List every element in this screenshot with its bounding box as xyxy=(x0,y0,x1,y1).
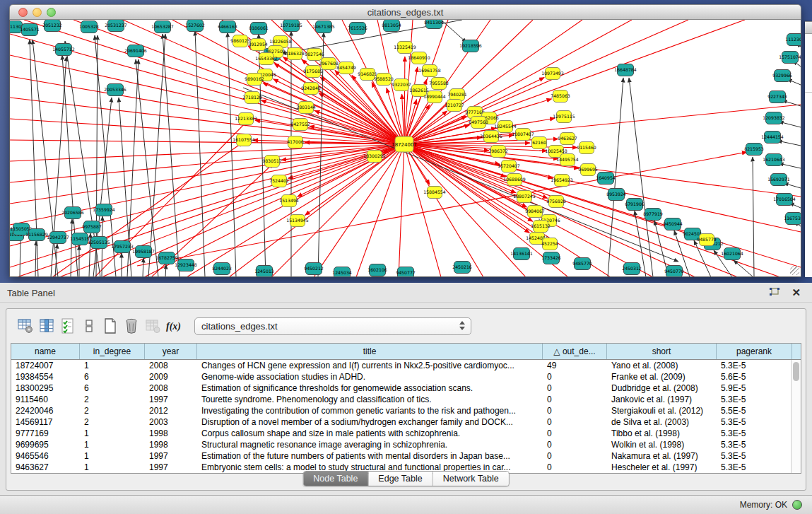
graph-node[interactable]: 10688609 xyxy=(503,174,526,186)
graph-node[interactable]: 1245013 xyxy=(254,266,274,278)
graph-node[interactable]: 1640954 xyxy=(596,173,616,185)
graph-node[interactable]: 9485779 xyxy=(697,234,717,246)
graph-node[interactable]: 12942737 xyxy=(47,232,69,244)
graph-node[interactable]: 9227343 xyxy=(767,91,787,103)
graph-node[interactable]: 7524402 xyxy=(269,175,289,187)
table-scrollbar[interactable] xyxy=(791,360,801,473)
graph-node[interactable]: 16210643 xyxy=(763,154,785,166)
graph-node[interactable]: 1112304 xyxy=(785,34,801,46)
graph-node[interactable]: 8244023 xyxy=(212,263,232,275)
graph-node[interactable]: 18245544 xyxy=(494,121,517,133)
window-titlebar[interactable]: citations_edges.txt xyxy=(9,4,801,20)
graph-node[interactable]: 1210727 xyxy=(445,100,464,112)
table-row[interactable]: 1872400712008Changes of HCN gene express… xyxy=(11,360,801,371)
column-header-year[interactable]: year xyxy=(145,344,197,359)
graph-node[interactable]: 6497568 xyxy=(469,117,488,129)
graph-node[interactable]: 8186328 xyxy=(285,48,305,60)
graph-node[interactable]: 2051232 xyxy=(42,20,62,32)
graph-node[interactable]: 17359924 xyxy=(93,204,115,216)
graph-node[interactable]: 7485063 xyxy=(551,90,570,103)
graph-node[interactable]: 9115460 xyxy=(577,142,596,154)
float-window-icon[interactable] xyxy=(768,287,781,298)
graph-node[interactable]: 9242848 xyxy=(301,83,321,95)
graph-node[interactable]: 1602106 xyxy=(367,264,387,276)
graph-node[interactable]: 19218596 xyxy=(459,40,482,52)
table-row[interactable]: 1456911722003Disruption of a novel membe… xyxy=(11,416,801,428)
column-header-out_de[interactable]: △ out_de... xyxy=(543,344,607,359)
graph-node[interactable]: 9890162 xyxy=(245,74,264,86)
graph-node[interactable]: 8953924 xyxy=(606,189,626,201)
row-selection-icon[interactable] xyxy=(57,316,78,336)
graph-node[interactable]: 1245034 xyxy=(332,267,352,278)
table-row[interactable]: 1938455462009Genome-wide association stu… xyxy=(11,371,801,382)
graph-node[interactable]: 17016504 xyxy=(773,194,796,206)
tab-node-table[interactable]: Node Table xyxy=(303,472,368,486)
graph-node[interactable]: 2967608 xyxy=(319,58,339,70)
graph-node[interactable]: 7986372 xyxy=(488,146,508,158)
graph-node[interactable]: 1405571 xyxy=(20,24,40,36)
graph-node[interactable]: 9450777 xyxy=(396,267,416,278)
tab-network-table[interactable]: Network Table xyxy=(433,472,509,486)
graph-node[interactable]: 1005328 xyxy=(79,21,99,33)
graph-node[interactable]: 9984067 xyxy=(525,206,545,218)
graph-node[interactable]: 20206586 xyxy=(61,207,84,219)
graph-node[interactable]: 8977919 xyxy=(643,209,663,221)
column-header-in_degree[interactable]: in_degree xyxy=(80,344,145,359)
graph-node[interactable]: 9450212 xyxy=(304,263,324,275)
graph-node[interactable]: 2718120 xyxy=(242,92,262,104)
column-header-title[interactable]: title xyxy=(197,344,543,359)
graph-node[interactable]: 2450312 xyxy=(622,263,642,275)
graph-node[interactable]: 8411304 xyxy=(424,20,444,29)
graph-node[interactable]: 12923448 xyxy=(175,259,197,271)
create-column-icon[interactable] xyxy=(100,316,121,336)
graph-node[interactable]: 15692971 xyxy=(767,174,790,186)
graph-node[interactable]: 9463627 xyxy=(558,133,577,145)
graph-node[interactable]: 2803144 xyxy=(296,102,316,114)
column-header-pagerank[interactable]: pagerank xyxy=(717,344,792,359)
graph-node[interactable]: 15134945 xyxy=(286,215,309,227)
graph-node[interactable]: 19958187 xyxy=(132,246,155,258)
graph-node[interactable]: 9860123 xyxy=(230,35,250,47)
graph-node[interactable]: 12444154 xyxy=(761,132,784,144)
graph-node[interactable]: 15751074 xyxy=(779,52,801,64)
graph-node[interactable]: 6791906 xyxy=(625,199,645,211)
table-row[interactable]: 946554611997Estimation of the future num… xyxy=(11,450,801,462)
graph-node[interactable]: 8912954 xyxy=(248,39,268,51)
graph-node[interactable]: 16648784 xyxy=(614,64,637,76)
graph-node[interactable]: 7955588 xyxy=(429,78,449,90)
graph-node[interactable]: 8427552 xyxy=(290,119,310,131)
table-select-dropdown[interactable]: citations_edges.txt xyxy=(194,317,471,335)
table-row[interactable]: 1830029562008Estimation of significance … xyxy=(11,382,801,394)
graph-node[interactable]: 6466163 xyxy=(218,21,237,33)
graph-node[interactable]: 9175685 xyxy=(303,66,323,78)
graph-node[interactable]: 11156829 xyxy=(25,229,48,241)
graph-node[interactable]: 16961758 xyxy=(418,65,441,77)
window-resize-grip[interactable] xyxy=(790,266,799,275)
table-row[interactable]: 911546021997Tourette syndrome. Phenomeno… xyxy=(11,394,801,405)
graph-node[interactable]: 20691406 xyxy=(124,45,147,57)
graph-node[interactable]: 1513494 xyxy=(279,195,299,207)
toggle-rows-icon[interactable] xyxy=(78,316,100,336)
memory-status-icon[interactable] xyxy=(792,500,802,510)
graph-node[interactable]: 9699695 xyxy=(578,164,598,176)
graph-node[interactable]: 19654923 xyxy=(551,175,573,187)
column-header-short[interactable]: short xyxy=(607,344,717,359)
graph-node[interactable]: 10973493 xyxy=(541,68,564,80)
graph-node[interactable]: 16107554 xyxy=(233,134,255,146)
table-row[interactable]: 2242004622012Investigating the contribut… xyxy=(11,405,801,416)
graph-node[interactable]: 7940281 xyxy=(447,89,467,101)
graph-node[interactable]: 15884554 xyxy=(423,187,446,199)
graph-node[interactable]: 417006 xyxy=(287,136,304,148)
table-scrollbar-thumb[interactable] xyxy=(793,362,799,381)
graph-hub-node[interactable]: 18724007 xyxy=(392,136,417,152)
graph-node[interactable]: 9827546 xyxy=(305,49,324,61)
network-canvas-svg[interactable]: 8411305140557120512321405571210053282053… xyxy=(10,20,801,277)
graph-node[interactable]: 14671385 xyxy=(312,21,335,33)
delete-column-icon[interactable] xyxy=(121,316,142,336)
show-columns-icon[interactable] xyxy=(36,316,57,336)
graph-node[interactable]: 9329966 xyxy=(772,70,792,82)
graph-node[interactable]: 62160 xyxy=(532,137,547,149)
graph-node[interactable]: 9322037 xyxy=(392,79,411,91)
function-builder-icon[interactable]: f(x) xyxy=(163,316,184,336)
graph-node[interactable]: 12975115 xyxy=(553,111,575,123)
